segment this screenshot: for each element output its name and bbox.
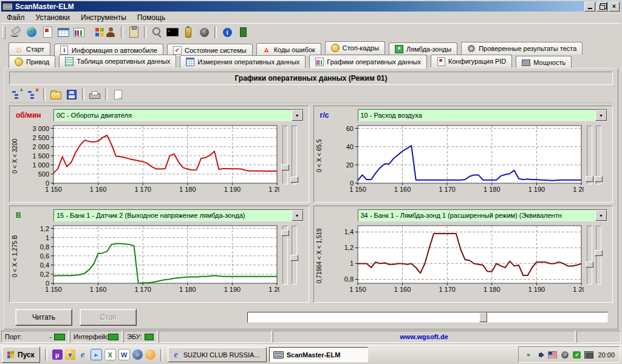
clipboard-icon[interactable] <box>126 25 141 39</box>
svg-text:1 180: 1 180 <box>179 186 196 193</box>
remove-graph-icon[interactable]: × <box>25 87 41 102</box>
task-button-browser[interactable]: e SUZUKI CLUB RUSSIA... <box>168 347 267 362</box>
tab-row-1: ⌂Старт iИнформация о автомобиле ✔Состоян… <box>4 41 618 55</box>
y-max-slider[interactable] <box>282 226 288 285</box>
save-icon[interactable] <box>64 87 80 102</box>
close-button[interactable]: × <box>609 2 620 12</box>
chart-plot: 00,20,40,60,811,21 1501 1601 1701 1801 1… <box>19 223 279 296</box>
y-max-slider[interactable] <box>587 226 592 285</box>
tab-lambda-sensors[interactable]: *Лямбда-зонды <box>389 42 457 55</box>
toolbar-grip <box>2 25 5 39</box>
tab-label: Стоп-кадры <box>343 44 379 52</box>
toolbar-separator <box>105 89 108 101</box>
slider-thumb[interactable] <box>290 177 298 183</box>
chip-icon <box>273 351 284 359</box>
graphs-page: Графики оперативных данных (Режим 01) + … <box>4 68 618 329</box>
history-slider[interactable] <box>247 312 608 323</box>
svg-text:0,8: 0,8 <box>344 275 353 283</box>
tab-live-data-table[interactable]: Таблица оперативных данных <box>59 55 176 67</box>
tab-actuators[interactable]: Привод <box>9 55 55 68</box>
y-min-slider[interactable] <box>292 126 297 184</box>
pid-select[interactable]: 10 - Расход воздуха ▼ <box>358 109 608 121</box>
taskbar-separator <box>45 349 47 361</box>
tab-start[interactable]: ⌂Старт <box>9 42 50 55</box>
add-graph-icon[interactable]: + <box>9 87 25 102</box>
pid-select[interactable]: 15 - Банк 1 - Датчик 2 (Выходное напряже… <box>53 209 304 221</box>
export-icon[interactable]: → <box>110 87 126 102</box>
media-player-icon[interactable]: ▸ <box>132 349 143 360</box>
chevron-down-icon[interactable]: ▼ <box>595 210 607 221</box>
info-icon[interactable]: i <box>220 25 234 39</box>
gauge-tray-icon[interactable] <box>560 351 569 359</box>
print-icon[interactable] <box>87 87 103 102</box>
vehicle-info-icon[interactable] <box>40 25 55 39</box>
menu-settings[interactable]: Установки <box>30 12 75 23</box>
tab-power[interactable]: Мощность <box>516 56 572 69</box>
start-button[interactable]: Пуск <box>2 346 40 363</box>
word-icon[interactable]: W <box>118 349 130 360</box>
slider-thumb[interactable] <box>595 176 603 182</box>
task-button-scanmaster[interactable]: ScanMaster-ELM <box>269 347 368 362</box>
chevron-down-icon[interactable]: ▼ <box>292 110 303 121</box>
open-icon[interactable]: → <box>48 87 64 102</box>
slider-thumb[interactable] <box>290 255 298 261</box>
y-min-slider[interactable] <box>292 226 297 285</box>
slider-thumb[interactable] <box>595 250 603 256</box>
excel-icon[interactable]: X <box>104 349 116 360</box>
wgsoft-link[interactable]: www.wgsoft.de <box>273 331 575 343</box>
y-min-slider[interactable] <box>596 126 601 184</box>
search-icon[interactable] <box>149 25 164 39</box>
tab-label: Таблица оперативных данных <box>77 58 170 65</box>
menu-file[interactable]: Файл <box>1 12 30 23</box>
volume-icon[interactable] <box>536 351 545 359</box>
antivirus-icon[interactable]: ✔ <box>572 351 581 359</box>
slider-thumb[interactable] <box>479 312 487 322</box>
slider-thumb[interactable] <box>281 164 289 170</box>
chevron-down-icon[interactable]: ▼ <box>595 110 607 121</box>
gauge-icon[interactable] <box>197 25 211 39</box>
home-icon: ⌂ <box>15 45 23 53</box>
minimize-button[interactable] <box>584 2 595 12</box>
keyboard-layout-icon[interactable] <box>548 351 557 359</box>
menu-tools[interactable]: Инструменты <box>75 12 132 23</box>
tab-pid-config[interactable]: Конфигурация PID <box>431 55 512 67</box>
tab-live-data-graphs[interactable]: Графики оперативных данных <box>309 55 427 69</box>
y-max-slider[interactable] <box>587 126 592 184</box>
chart-icon[interactable] <box>72 25 86 39</box>
tab-error-codes[interactable]: ▲!Коды ошибок <box>256 43 321 56</box>
y-min-slider[interactable] <box>596 226 601 285</box>
y-max-slider[interactable] <box>282 126 288 184</box>
warning-icon: ▲! <box>262 46 271 54</box>
organizer-icon[interactable] <box>145 349 156 360</box>
exit-icon[interactable]: → <box>236 25 250 39</box>
connect-icon[interactable] <box>9 25 23 39</box>
display-icon[interactable] <box>584 351 593 359</box>
windows-icon[interactable] <box>87 25 102 39</box>
outlook-express-icon[interactable]: ▸ <box>91 349 102 360</box>
restore-button[interactable] <box>596 2 607 12</box>
battery-icon[interactable] <box>181 25 196 39</box>
web-icon[interactable] <box>24 25 39 39</box>
bottom-controls: Читать Стоп <box>15 309 612 326</box>
tab-test-results[interactable]: Проверенные результаты теста <box>461 42 583 55</box>
chevron-down-icon[interactable]: ▼ <box>292 210 303 221</box>
ie-icon[interactable]: e <box>78 349 88 360</box>
pid-select[interactable]: 0C - Обороты двигателя ▼ <box>53 109 304 121</box>
table-icon[interactable] <box>56 25 70 39</box>
download-manager-icon[interactable]: ▼ <box>65 349 75 360</box>
terminal-icon[interactable]: › <box>165 25 180 39</box>
user-icon[interactable] <box>103 25 118 39</box>
pid-select[interactable]: 34 - Банк 1 - Лямбда-зонд 1 (расширенный… <box>358 209 608 221</box>
tab-freeze-frames[interactable]: Стоп-кадры <box>325 41 385 54</box>
utorrent-icon[interactable]: µ <box>52 349 63 360</box>
svg-text:1 160: 1 160 <box>394 286 411 293</box>
stop-button[interactable]: Стоп <box>80 309 137 326</box>
svg-text:1 150: 1 150 <box>349 286 366 293</box>
read-button[interactable]: Читать <box>15 309 72 326</box>
tab-live-data-meters[interactable]: Измерения оперативных данных <box>180 55 306 68</box>
slider-thumb[interactable] <box>586 176 593 182</box>
menu-help[interactable]: Помощь <box>132 12 171 23</box>
slider-thumb[interactable] <box>586 261 593 268</box>
collapse-tray-icon[interactable]: « <box>524 351 533 359</box>
slider-thumb[interactable] <box>281 230 289 236</box>
